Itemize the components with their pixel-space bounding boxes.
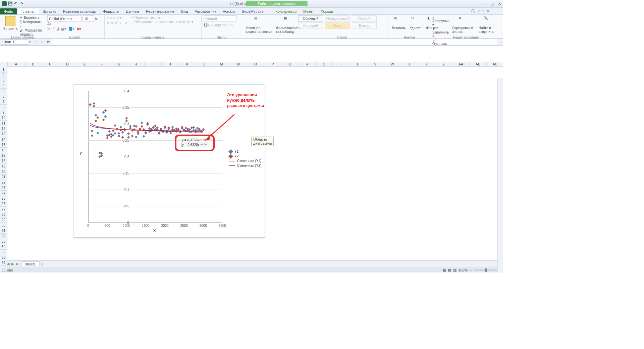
file-tab[interactable]: Файл <box>0 8 17 14</box>
select-all-corner[interactable] <box>0 62 8 67</box>
style-input[interactable]: Ввод <box>325 22 350 29</box>
data-point[interactable] <box>91 130 93 133</box>
data-point[interactable] <box>135 136 138 138</box>
style-neutral[interactable]: Нейтральный <box>325 15 350 22</box>
row-header[interactable]: 5 <box>0 89 7 94</box>
insert-cells-button[interactable]: ⊞Вставить <box>390 15 407 31</box>
data-point[interactable] <box>95 114 97 117</box>
data-point[interactable] <box>156 127 159 129</box>
col-header[interactable]: T <box>333 62 350 67</box>
col-header[interactable]: Y <box>418 62 435 67</box>
italic-button[interactable]: К <box>53 27 55 31</box>
fill-color-button[interactable]: 🪣▾ <box>68 27 75 31</box>
tab-view[interactable]: Вид <box>178 8 191 14</box>
style-good[interactable]: Хороший <box>298 22 323 29</box>
col-header[interactable]: I <box>145 62 162 67</box>
merge-center-button[interactable]: ⊞ Объединить и поместить в центре ▾ <box>130 20 194 24</box>
data-point[interactable] <box>97 132 99 134</box>
tab-home[interactable]: Главная <box>18 8 39 14</box>
data-point[interactable] <box>112 130 114 132</box>
col-header[interactable]: X <box>401 62 418 67</box>
row-header[interactable]: 22 <box>0 180 7 185</box>
data-point[interactable] <box>104 109 107 112</box>
row-header[interactable]: 31 <box>0 228 7 234</box>
data-point[interactable] <box>91 134 93 137</box>
tab-chart-design[interactable]: Конструктор <box>272 8 300 14</box>
data-point[interactable] <box>95 119 97 122</box>
col-header[interactable]: Z <box>435 62 452 67</box>
data-point[interactable] <box>175 128 178 130</box>
col-header[interactable]: AC <box>487 62 503 67</box>
row-header[interactable]: 33 <box>0 239 7 244</box>
fx-cancel-icon[interactable]: ✕ <box>34 40 39 44</box>
col-header[interactable]: C <box>42 62 59 67</box>
name-box[interactable]: Chart 1 <box>1 39 28 45</box>
data-point[interactable] <box>89 103 92 106</box>
row-header[interactable]: 21 <box>0 174 7 180</box>
tab-data[interactable]: Данные <box>122 8 143 14</box>
row-header[interactable]: 9 <box>0 110 7 115</box>
trendline-equation-1[interactable]: y = 0,3153x⁻⁰·⁰¹⁶ <box>181 138 208 142</box>
tab-formulas[interactable]: Формулы <box>100 8 123 14</box>
row-header[interactable]: 12 <box>0 126 7 132</box>
data-point[interactable] <box>202 128 205 131</box>
trendline-equation-2[interactable]: y = 0,3328x⁻⁰·⁰²⁴ <box>181 143 208 147</box>
formula-bar[interactable] <box>52 39 497 45</box>
data-point[interactable] <box>129 127 132 130</box>
row-header[interactable]: 24 <box>0 191 7 196</box>
underline-button[interactable]: Ч <box>57 27 59 31</box>
tab-chart-format[interactable]: Формат <box>317 8 337 14</box>
col-header[interactable]: J <box>162 62 179 67</box>
data-point[interactable] <box>102 111 105 114</box>
format-painter-button[interactable]: 🖌 Формат по образцу <box>20 28 43 36</box>
col-header[interactable]: A <box>8 62 25 67</box>
data-point[interactable] <box>158 132 160 134</box>
data-point[interactable] <box>117 135 120 137</box>
col-header[interactable]: K <box>179 62 196 67</box>
col-header[interactable]: P <box>264 62 281 67</box>
row-header[interactable]: 30 <box>0 223 7 228</box>
shrink-font-icon[interactable]: A↓ <box>47 22 51 26</box>
row-header[interactable]: 36 <box>0 255 7 260</box>
data-point[interactable] <box>119 126 122 129</box>
sort-filter-button[interactable]: ⇅Сортировка и фильтр <box>450 15 476 34</box>
row-header[interactable]: 15 <box>0 142 7 148</box>
data-point[interactable] <box>171 126 174 129</box>
row-header[interactable]: 20 <box>0 169 7 174</box>
row-header[interactable]: 18 <box>0 158 7 164</box>
col-header[interactable]: S <box>316 62 333 67</box>
data-point[interactable] <box>104 115 107 118</box>
tab-excelpython[interactable]: ExcelPython <box>239 8 266 14</box>
maximize-icon[interactable]: ▢ <box>491 2 494 6</box>
col-header[interactable]: AB <box>470 62 487 67</box>
fx-enter-icon[interactable]: ✓ <box>39 40 45 44</box>
col-header[interactable]: H <box>127 62 145 67</box>
font-color-button[interactable]: A▾ <box>77 27 81 31</box>
font-name-select[interactable]: Calibri (Основн <box>47 15 82 22</box>
tab-developer[interactable]: Разработчик <box>191 8 219 14</box>
row-header[interactable]: 26 <box>0 201 7 207</box>
find-select-button[interactable]: 🔍Найти и выделить <box>477 15 499 34</box>
col-header[interactable]: E <box>76 62 93 67</box>
name-box-dropdown-icon[interactable]: ▾ <box>29 40 31 44</box>
tab-chart-layout[interactable]: Макет <box>300 8 317 14</box>
col-header[interactable]: W <box>384 62 401 67</box>
col-header[interactable]: B <box>25 62 42 67</box>
data-point[interactable] <box>97 116 99 119</box>
help-icon[interactable]: ⓘ ▽ ▢ ✕ <box>471 9 490 14</box>
data-point[interactable] <box>131 135 133 137</box>
row-header[interactable]: 23 <box>0 185 7 191</box>
data-point[interactable] <box>154 124 157 127</box>
undo-icon[interactable]: ↶ <box>14 1 19 6</box>
col-header[interactable]: V <box>367 62 384 67</box>
row-header[interactable]: 32 <box>0 234 7 239</box>
row-header[interactable]: 1 <box>0 67 7 72</box>
row-header[interactable]: 29 <box>0 217 7 223</box>
data-point[interactable] <box>114 124 116 127</box>
row-header[interactable]: 7 <box>0 99 7 105</box>
data-point[interactable] <box>110 135 113 138</box>
row-header[interactable]: 19 <box>0 164 7 169</box>
cut-button[interactable]: ✂ Вырезать <box>20 15 43 19</box>
data-point[interactable] <box>93 102 95 105</box>
chart-object[interactable]: 00,050,10,150,20,250,30,350,405001000150… <box>74 85 265 238</box>
